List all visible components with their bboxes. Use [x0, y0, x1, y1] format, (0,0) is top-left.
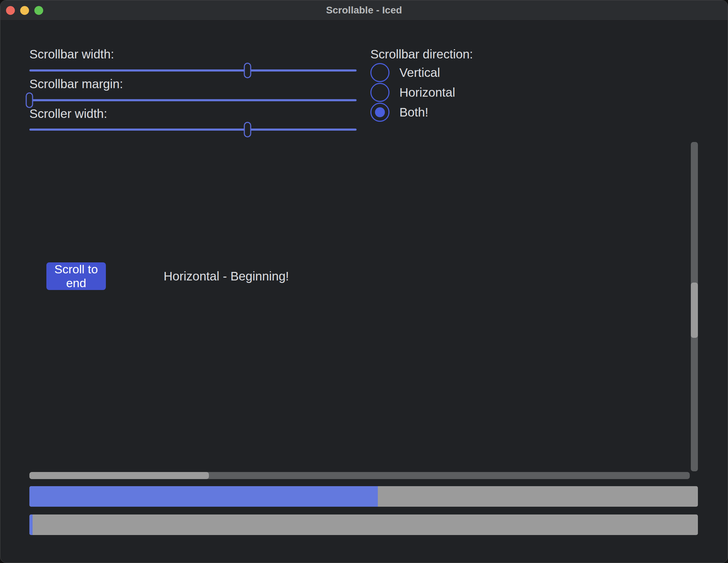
radio-circle-icon[interactable]: [370, 83, 389, 102]
scrollbar-margin-label: Scrollbar margin:: [29, 77, 123, 91]
slider-rail: [29, 99, 357, 101]
vertical-progress-fill: [29, 514, 33, 535]
scrollbar-margin-slider-handle[interactable]: [26, 92, 33, 108]
horizontal-scrollbar-track[interactable]: [29, 472, 690, 479]
app-window: Scrollable - Iced Scrollbar width: Scrol…: [0, 0, 728, 563]
slider-rail: [29, 129, 357, 131]
vertical-scroller-thumb[interactable]: [691, 283, 698, 338]
vertical-progress-bar: [29, 514, 698, 535]
radio-label-both: Both!: [399, 105, 428, 119]
slider-rail: [29, 69, 357, 72]
scroller-width-slider[interactable]: [29, 122, 357, 137]
scroll-to-end-button[interactable]: Scroll to end: [46, 262, 106, 290]
horizontal-scroller-thumb[interactable]: [29, 472, 209, 479]
radio-dot: [375, 107, 385, 117]
radio-option-vertical[interactable]: Vertical: [370, 63, 455, 82]
radio-label-horizontal: Horizontal: [399, 85, 455, 99]
radio-label-vertical: Vertical: [399, 66, 440, 80]
vertical-scrollbar-track[interactable]: [691, 142, 698, 471]
scrollbar-width-slider[interactable]: [29, 63, 357, 78]
scrollbar-margin-slider[interactable]: [29, 92, 357, 108]
radio-circle-icon[interactable]: [370, 103, 389, 122]
horizontal-progress-bar: [29, 486, 698, 507]
scroller-width-label: Scroller width:: [29, 107, 107, 121]
window-title: Scrollable - Iced: [0, 0, 728, 20]
scroller-width-slider-handle[interactable]: [244, 122, 251, 137]
scrollbar-direction-radio-group: Vertical Horizontal Both!: [370, 63, 455, 122]
scrollbar-direction-label: Scrollbar direction:: [370, 47, 473, 61]
radio-option-both[interactable]: Both!: [370, 103, 455, 122]
scrollbar-width-label: Scrollbar width:: [29, 47, 114, 61]
horizontal-progress-fill: [29, 486, 378, 507]
scroll-status-text: Horizontal - Beginning!: [164, 262, 289, 290]
radio-option-horizontal[interactable]: Horizontal: [370, 83, 455, 102]
titlebar: Scrollable - Iced: [0, 0, 728, 21]
radio-circle-icon[interactable]: [370, 63, 389, 82]
scrollbar-width-slider-handle[interactable]: [244, 63, 251, 78]
